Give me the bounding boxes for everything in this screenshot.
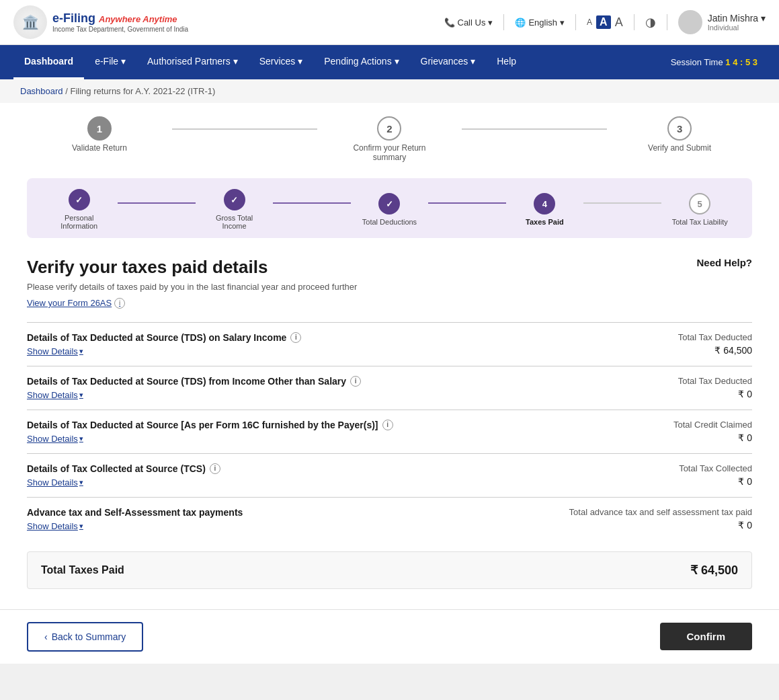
- tds-form16c-right: Total Credit Claimed ₹ 0: [645, 420, 752, 443]
- call-chevron-icon: ▾: [488, 17, 493, 28]
- tds-form16c-info-icon[interactable]: i: [382, 420, 393, 430]
- form-link-area: View your Form 26AS i: [27, 297, 752, 322]
- sub-step-4-label: Taxes Paid: [526, 218, 564, 226]
- outer-step-2: 2 Confirm your Return summary: [317, 116, 462, 162]
- nav-bar: Dashboard e-File ▾ Authorised Partners ▾…: [0, 45, 779, 79]
- tcs-chevron-icon: ▾: [79, 478, 83, 487]
- nav-dashboard[interactable]: Dashboard: [13, 45, 84, 79]
- sub-step-4-circle: 4: [534, 193, 555, 215]
- user-name: Jatin Mishra ▾: [708, 13, 766, 24]
- lang-chevron-icon: ▾: [560, 17, 565, 28]
- font-large-button[interactable]: A: [615, 15, 623, 30]
- tcs-info-icon[interactable]: i: [210, 463, 220, 474]
- sub-step-line-1: [118, 202, 195, 204]
- sub-stepper-wrapper: ✓ Personal Information ✓ Gross Total Inc…: [27, 178, 752, 238]
- tds-other-left: Details of Tax Deducted at Source (TDS) …: [27, 376, 645, 400]
- tcs-right: Total Tax Collected ₹ 0: [645, 463, 752, 487]
- advance-tax-title: Advance tax and Self-Assessment tax paym…: [27, 507, 569, 518]
- nav-help[interactable]: Help: [486, 45, 527, 79]
- sub-step-5-circle: 5: [689, 193, 710, 215]
- tds-salary-show-details[interactable]: Show Details ▾: [27, 346, 83, 356]
- divider-4: [667, 14, 667, 30]
- tds-other-title: Details of Tax Deducted at Source (TDS) …: [27, 376, 645, 387]
- outer-step-3-label: Verify and Submit: [648, 143, 711, 153]
- tds-other-info-icon[interactable]: i: [350, 376, 361, 387]
- sub-step-3-circle: ✓: [378, 193, 400, 215]
- logo-subtitle: Income Tax Department, Government of Ind…: [52, 26, 188, 33]
- form-26as-link[interactable]: View your Form 26AS i: [27, 298, 125, 309]
- font-medium-button[interactable]: A: [596, 15, 611, 29]
- outer-step-3-circle: 3: [667, 116, 692, 141]
- back-chevron-icon: ‹: [44, 631, 48, 642]
- advance-tax-show-details[interactable]: Show Details ▾: [27, 521, 83, 531]
- tds-form16c-section: Details of Tax Deducted at Source [As pe…: [27, 410, 752, 453]
- advance-tax-right: Total advance tax and self assessment ta…: [569, 507, 752, 531]
- divider-2: [575, 14, 576, 30]
- logo-tagline: Anywhere Anytime: [99, 14, 177, 24]
- advance-tax-amount: ₹ 0: [569, 520, 752, 531]
- outer-step-2-circle: 2: [377, 116, 401, 141]
- confirm-button[interactable]: Confirm: [660, 623, 753, 650]
- tcs-section: Details of Tax Collected at Source (TCS)…: [27, 453, 752, 497]
- sub-step-1-circle: ✓: [69, 189, 90, 210]
- step-line-2: [462, 128, 607, 130]
- language-button[interactable]: 🌐 English ▾: [515, 17, 565, 28]
- tcs-right-label: Total Tax Collected: [645, 463, 752, 473]
- tds-form16c-left: Details of Tax Deducted at Source [As pe…: [27, 420, 645, 444]
- need-help-button[interactable]: Need Help?: [696, 257, 752, 268]
- tds-form16c-right-label: Total Credit Claimed: [645, 420, 752, 430]
- tds-other-amount: ₹ 0: [645, 389, 752, 399]
- bottom-buttons: ‹ Back to Summary Confirm: [0, 609, 779, 664]
- page-title: Verify your taxes paid details: [27, 257, 268, 278]
- call-us-button[interactable]: 📞 Call Us ▾: [444, 17, 493, 28]
- tds-salary-info-icon[interactable]: i: [290, 332, 301, 343]
- total-taxes-row: Total Taxes Paid ₹ 64,500: [27, 551, 752, 589]
- advance-tax-left: Advance tax and Self-Assessment tax paym…: [27, 507, 569, 531]
- nav-grievances[interactable]: Grievances ▾: [410, 45, 487, 79]
- nav-authorised-partners[interactable]: Authorised Partners ▾: [136, 45, 249, 79]
- sub-stepper: ✓ Personal Information ✓ Gross Total Inc…: [40, 189, 739, 230]
- tds-form16c-title: Details of Tax Deducted at Source [As pe…: [27, 420, 645, 430]
- logo-area: 🏛️ e-Filing Anywhere Anytime Income Tax …: [13, 5, 188, 39]
- tds-salary-section: Details of Tax Deducted at Source (TDS) …: [27, 322, 752, 366]
- tds-other-show-details[interactable]: Show Details ▾: [27, 390, 83, 400]
- tds-form16c-show-details[interactable]: Show Details ▾: [27, 434, 83, 444]
- divider-1: [503, 14, 504, 30]
- logo-efiling-title: e-Filing Anywhere Anytime: [52, 11, 188, 26]
- tds-salary-right-label: Total Tax Deducted: [645, 332, 752, 342]
- font-small-button[interactable]: A: [587, 17, 592, 27]
- advance-tax-right-label: Total advance tax and self assessment ta…: [569, 507, 752, 517]
- form-link-info-icon[interactable]: i: [114, 298, 125, 309]
- back-to-summary-button[interactable]: ‹ Back to Summary: [27, 622, 143, 652]
- nav-services[interactable]: Services ▾: [249, 45, 314, 79]
- nav-pending-actions[interactable]: Pending Actions ▾: [313, 45, 409, 79]
- top-header: 🏛️ e-Filing Anywhere Anytime Income Tax …: [0, 0, 779, 45]
- total-taxes-label: Total Taxes Paid: [41, 564, 124, 576]
- sub-step-line-4: [583, 202, 661, 204]
- nav-efile[interactable]: e-File ▾: [84, 45, 136, 79]
- outer-step-1-label: Validate Return: [72, 143, 127, 153]
- sub-step-5: 5 Total Tax Liability: [661, 193, 739, 226]
- sub-step-4: 4 Taxes Paid: [506, 193, 583, 226]
- breadcrumb-home[interactable]: Dashboard: [20, 86, 63, 96]
- header-right: 📞 Call Us ▾ 🌐 English ▾ A A A ◑ Jatin Mi…: [444, 10, 766, 34]
- breadcrumb-current: Filing returns for A.Y. 2021-22 (ITR-1): [70, 86, 215, 96]
- outer-step-1: 1 Validate Return: [27, 116, 172, 153]
- call-us-label: Call Us: [458, 17, 486, 28]
- user-avatar: [678, 10, 702, 34]
- advance-tax-section: Advance tax and Self-Assessment tax paym…: [27, 497, 752, 541]
- user-info: Jatin Mishra ▾ Individual: [708, 13, 766, 32]
- tcs-show-details[interactable]: Show Details ▾: [27, 477, 83, 488]
- logo-text: e-Filing Anywhere Anytime Income Tax Dep…: [52, 11, 188, 33]
- step-line-1: [172, 128, 317, 130]
- contrast-button[interactable]: ◑: [645, 15, 656, 30]
- outer-stepper: 1 Validate Return 2 Confirm your Return …: [27, 116, 752, 162]
- sub-step-3: ✓ Total Deductions: [351, 193, 428, 226]
- advance-tax-chevron-icon: ▾: [79, 522, 83, 531]
- divider-3: [634, 14, 634, 30]
- sub-step-line-2: [273, 202, 350, 204]
- tds-form16c-amount: ₹ 0: [645, 432, 752, 443]
- main-content: 1 Validate Return 2 Confirm your Return …: [0, 103, 779, 609]
- sub-step-2-circle: ✓: [224, 189, 245, 210]
- phone-icon: 📞: [444, 17, 455, 28]
